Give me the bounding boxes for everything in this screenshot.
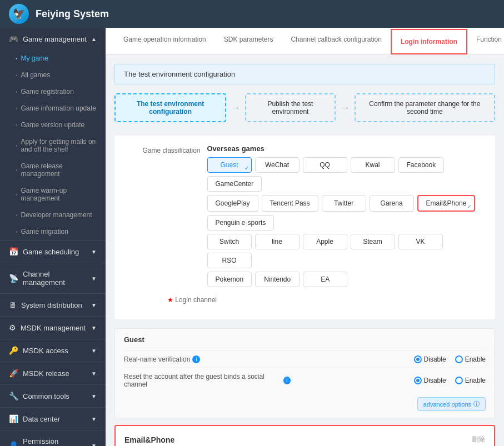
guest-section: Guest Real-name verification i Disable xyxy=(114,328,495,418)
step-arrow-1: → xyxy=(231,102,241,114)
sidebar-section-msdk-access: 🔑 MSDK access ▼ xyxy=(0,339,106,362)
real-name-info-icon[interactable]: i xyxy=(192,355,200,363)
tools-icon: 🔧 xyxy=(9,392,18,400)
delete-button[interactable]: 删除 xyxy=(472,435,485,444)
sidebar-section-header-system-distribution[interactable]: 🖥 System distribution ▼ xyxy=(0,294,106,316)
channel-btn-penguin[interactable]: Penguin e-sports xyxy=(207,215,275,230)
sidebar-item-game-info-update[interactable]: Game information update xyxy=(0,100,106,117)
reset-radio-circle-unchecked xyxy=(455,377,463,384)
reset-account-info-icon[interactable]: i xyxy=(283,377,291,384)
sidebar-section-msdk-management: ⚙ MSDK management ▼ xyxy=(0,317,106,339)
tab-channel-callback[interactable]: Channel callback configuration xyxy=(282,28,390,54)
channel-btn-garena[interactable]: Garena xyxy=(370,195,414,212)
app-logo: 🦅 xyxy=(9,4,29,24)
channel-btn-qq[interactable]: QQ xyxy=(303,157,347,173)
channel-btn-facebook[interactable]: Facebook xyxy=(398,157,445,173)
sidebar-section-data-center: 📊 Data center ▼ xyxy=(0,408,106,430)
guest-advanced-options-button[interactable]: advanced options ⓘ xyxy=(417,397,486,411)
sidebar-label-game-management: Game management xyxy=(23,35,87,43)
channel-grid-row2: GooglePlay Tencent Pass Twitter Garena E… xyxy=(207,195,487,230)
channel-btn-pokemon[interactable]: Pokemon xyxy=(207,272,252,287)
channel-btn-nintendo[interactable]: Nintendo xyxy=(255,272,300,287)
sidebar-item-my-game[interactable]: My game xyxy=(0,50,106,67)
sidebar-section-header-data-center[interactable]: 📊 Data center ▼ xyxy=(0,408,106,430)
main-content: Game operation information SDK parameter… xyxy=(106,28,504,446)
sidebar-section-header-game-management[interactable]: 🎮 Game management ▲ xyxy=(0,28,106,50)
tab-login-information[interactable]: Login information xyxy=(391,29,467,54)
calendar-icon: 📅 xyxy=(9,247,18,256)
tab-sdk-parameters[interactable]: SDK parameters xyxy=(215,28,282,54)
email-phone-title: Email&Phone xyxy=(124,435,174,444)
chevron-down-icon: ▼ xyxy=(91,249,97,255)
channel-btn-gamecenter[interactable]: GameCenter xyxy=(207,176,262,192)
channel-btn-tencent-pass[interactable]: Tencent Pass xyxy=(262,195,318,212)
guest-title: Guest xyxy=(124,335,486,344)
chevron-down-icon-5: ▼ xyxy=(91,348,97,354)
sidebar-item-game-warmup[interactable]: Game warm-up management xyxy=(0,182,106,207)
sidebar-section-header-msdk-access[interactable]: 🔑 MSDK access ▼ xyxy=(0,339,106,362)
chevron-down-icon-2: ▼ xyxy=(91,275,97,282)
channel-icon: 📡 xyxy=(9,274,18,283)
channel-btn-ea[interactable]: EA xyxy=(303,272,347,287)
channel-btn-steam[interactable]: Steam xyxy=(351,234,395,249)
login-channel-form: Game classification Overseas games Guest… xyxy=(114,136,495,319)
step-1: The test environment configuration xyxy=(114,93,226,122)
permission-icon: 👤 xyxy=(9,441,18,446)
app-title: Feiying System xyxy=(36,8,109,20)
channel-btn-kwai[interactable]: Kwai xyxy=(351,157,395,173)
real-name-radio-group: Disable Enable xyxy=(414,355,486,363)
channel-btn-apple[interactable]: Apple xyxy=(303,234,347,249)
channel-btn-wechat[interactable]: WeChat xyxy=(255,157,300,173)
overseas-section: Overseas games Guest WeChat QQ Kwai Face… xyxy=(207,144,487,287)
sidebar-section-header-game-scheduling[interactable]: 📅 Game scheduling ▼ xyxy=(0,240,106,263)
sidebar-section-header-msdk-release[interactable]: 🚀 MSDK release ▼ xyxy=(0,362,106,384)
chevron-down-icon-7: ▼ xyxy=(91,393,97,399)
channel-btn-rso[interactable]: RSO xyxy=(207,253,252,268)
channel-btn-googleplay[interactable]: GooglePlay xyxy=(207,195,258,212)
sidebar-section-header-msdk-management[interactable]: ⚙ MSDK management ▼ xyxy=(0,317,106,339)
channel-grid-row3: Switch line Apple Steam VK RSO xyxy=(207,234,487,268)
reset-account-radio-group: Disable Enable xyxy=(414,377,486,384)
chevron-down-icon-3: ▼ xyxy=(91,302,97,308)
sidebar-item-game-migration[interactable]: Game migration xyxy=(0,223,106,240)
real-name-verification-row: Real-name verification i Disable Enable xyxy=(124,350,486,368)
channel-btn-switch[interactable]: Switch xyxy=(207,234,252,249)
reset-enable-radio[interactable]: Enable xyxy=(455,377,486,384)
tab-bar: Game operation information SDK parameter… xyxy=(106,28,504,55)
sidebar-section-system-distribution: 🖥 System distribution ▼ xyxy=(0,294,106,317)
tab-game-operation[interactable]: Game operation information xyxy=(114,28,215,54)
tab-function-sync[interactable]: Function synchronization xyxy=(467,28,504,54)
sidebar-section-channel-management: 📡 Channel management ▼ xyxy=(0,263,106,294)
sidebar-item-game-registration[interactable]: Game registration xyxy=(0,83,106,100)
channel-btn-twitter[interactable]: Twitter xyxy=(322,195,366,212)
guest-advanced-row: advanced options ⓘ xyxy=(124,397,486,411)
page-content: The test environment configuration The t… xyxy=(106,55,504,446)
chevron-down-icon-4: ▼ xyxy=(91,325,97,331)
chevron-up-icon: ▲ xyxy=(91,36,97,42)
msdk-icon: ⚙ xyxy=(9,323,16,332)
sidebar-section-header-permission-management[interactable]: 👤 Permission management ▼ xyxy=(0,430,106,446)
sidebar-item-apply-shelf[interactable]: Apply for getting malls on and off the s… xyxy=(0,133,106,158)
step-3: Confirm the parameter change for the sec… xyxy=(355,93,495,122)
sidebar-section-header-common-tools[interactable]: 🔧 Common tools ▼ xyxy=(0,385,106,407)
gamepad-icon: 🎮 xyxy=(9,34,18,43)
reset-account-row: Reset the account after the guest binds … xyxy=(124,368,486,393)
sidebar-item-game-version-update[interactable]: Game version update xyxy=(0,117,106,133)
sidebar-item-all-games[interactable]: All games xyxy=(0,67,106,83)
sidebar-item-game-release[interactable]: Game release management xyxy=(0,158,106,182)
access-icon: 🔑 xyxy=(9,346,18,355)
game-classification-row: Game classification Overseas games Guest… xyxy=(123,144,486,287)
sidebar-section-header-channel-management[interactable]: 📡 Channel management ▼ xyxy=(0,263,106,293)
channel-btn-guest[interactable]: Guest xyxy=(207,157,252,173)
app-header: 🦅 Feiying System xyxy=(0,0,504,28)
real-name-disable-radio[interactable]: Disable xyxy=(414,355,446,363)
real-name-enable-radio[interactable]: Enable xyxy=(455,355,486,363)
channel-btn-line[interactable]: line xyxy=(255,234,300,249)
chevron-down-icon-8: ▼ xyxy=(91,416,97,422)
reset-disable-radio[interactable]: Disable xyxy=(414,377,446,384)
sidebar-section-common-tools: 🔧 Common tools ▼ xyxy=(0,385,106,408)
sidebar-item-developer-management[interactable]: Developer management xyxy=(0,207,106,223)
channel-btn-email-phone[interactable]: Email&Phone✓ xyxy=(417,195,476,212)
email-phone-header: Email&Phone 删除 xyxy=(124,435,485,444)
channel-btn-vk[interactable]: VK xyxy=(398,234,443,249)
